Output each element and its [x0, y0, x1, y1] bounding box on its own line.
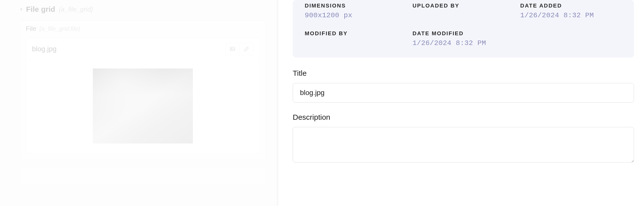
- meta-date-added-label: DATE ADDED: [520, 2, 622, 9]
- meta-date-modified: DATE MODIFIED 1/26/2024 8:32 PM: [413, 30, 514, 47]
- description-label: Description: [293, 113, 634, 122]
- edit-file-button[interactable]: [239, 43, 253, 55]
- meta-dimensions-label: DIMENSIONS: [305, 2, 407, 9]
- file-field-section: File {a_file_grid:file} blog.jpg: [20, 20, 266, 160]
- meta-date-added: DATE ADDED 1/26/2024 8:32 PM: [520, 2, 622, 19]
- meta-date-added-value: 1/26/2024 8:32 PM: [520, 12, 622, 19]
- file-metadata-card: DIMENSIONS 900x1200 px UPLOADED BY DATE …: [293, 0, 634, 58]
- file-grid-header: ▾ File grid {a_file_grid}: [20, 5, 266, 14]
- meta-modified-by: MODIFIED BY: [305, 30, 407, 47]
- chevron-down-icon: ▾: [20, 6, 23, 12]
- file-card-filename: blog.jpg: [32, 45, 57, 53]
- file-details-panel: DIMENSIONS 900x1200 px UPLOADED BY DATE …: [278, 0, 644, 206]
- file-card-actions: [225, 43, 254, 55]
- description-field-group: Description: [293, 113, 634, 164]
- file-field-label: File: [26, 25, 36, 32]
- file-grid-title: File grid: [26, 5, 55, 14]
- description-textarea[interactable]: [293, 127, 634, 162]
- file-card: blog.jpg: [26, 38, 260, 154]
- title-input[interactable]: [293, 83, 634, 102]
- file-thumbnail: [93, 68, 193, 144]
- view-file-button[interactable]: [225, 43, 239, 55]
- file-field-slug: {a_file_grid:file}: [39, 25, 80, 32]
- meta-modified-by-label: MODIFIED BY: [305, 30, 407, 37]
- empty-card-placeholder: [20, 167, 266, 184]
- title-label: Title: [293, 69, 634, 78]
- pencil-icon: [243, 46, 249, 52]
- meta-date-modified-label: DATE MODIFIED: [413, 30, 514, 37]
- title-field-group: Title: [293, 69, 634, 102]
- meta-dimensions: DIMENSIONS 900x1200 px: [305, 2, 407, 19]
- image-icon: [229, 46, 235, 52]
- meta-uploaded-by: UPLOADED BY: [413, 2, 514, 19]
- meta-uploaded-by-label: UPLOADED BY: [413, 2, 514, 9]
- file-preview: [26, 60, 260, 154]
- meta-date-modified-value: 1/26/2024 8:32 PM: [413, 39, 514, 47]
- file-grid-slug: {a_file_grid}: [59, 6, 93, 13]
- meta-dimensions-value: 900x1200 px: [305, 12, 407, 19]
- background-file-grid-panel: ▾ File grid {a_file_grid} File {a_file_g…: [0, 0, 278, 206]
